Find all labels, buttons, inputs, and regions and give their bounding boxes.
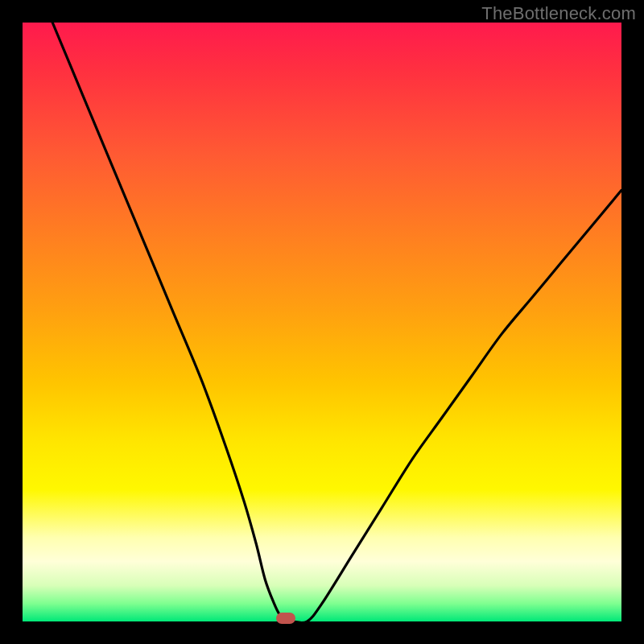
bottleneck-curve-path: [52, 23, 621, 621]
minimum-marker: [276, 613, 295, 624]
plot-area: [23, 23, 621, 621]
chart-frame: TheBottleneck.com: [0, 0, 644, 644]
watermark-text: TheBottleneck.com: [481, 3, 636, 24]
curve-svg: [23, 23, 621, 621]
